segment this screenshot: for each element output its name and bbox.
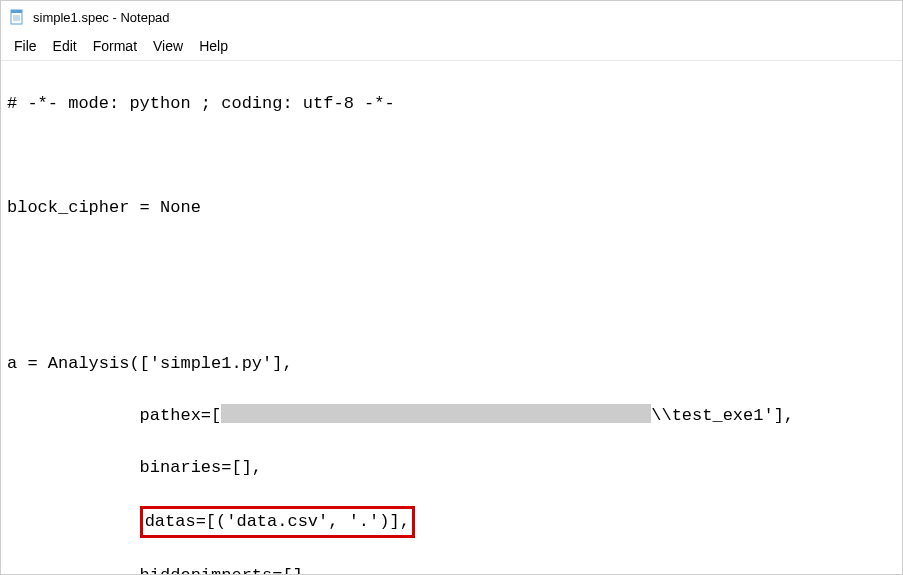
menubar: File Edit Format View Help [1, 33, 902, 61]
highlighted-code: datas=[('data.csv', '.')], [140, 506, 415, 538]
code-line: binaries=[], [7, 455, 896, 481]
redacted-path [221, 404, 651, 423]
code-line [7, 143, 896, 169]
titlebar: simple1.spec - Notepad [1, 1, 902, 33]
notepad-icon [9, 9, 25, 25]
menu-help[interactable]: Help [192, 36, 235, 56]
menu-edit[interactable]: Edit [46, 36, 84, 56]
code-line: datas=[('data.csv', '.')], [7, 507, 896, 537]
code-line [7, 299, 896, 325]
code-line: block_cipher = None [7, 195, 896, 221]
code-line [7, 247, 896, 273]
code-line: hiddenimports=[], [7, 563, 896, 575]
menu-format[interactable]: Format [86, 36, 144, 56]
editor-content[interactable]: # -*- mode: python ; coding: utf-8 -*- b… [1, 61, 902, 575]
menu-view[interactable]: View [146, 36, 190, 56]
window-title: simple1.spec - Notepad [33, 10, 170, 25]
code-line: a = Analysis(['simple1.py'], [7, 351, 896, 377]
code-line: # -*- mode: python ; coding: utf-8 -*- [7, 91, 896, 117]
code-line: pathex=[\\test_exe1'], [7, 403, 896, 429]
svg-rect-1 [11, 10, 22, 13]
menu-file[interactable]: File [7, 36, 44, 56]
